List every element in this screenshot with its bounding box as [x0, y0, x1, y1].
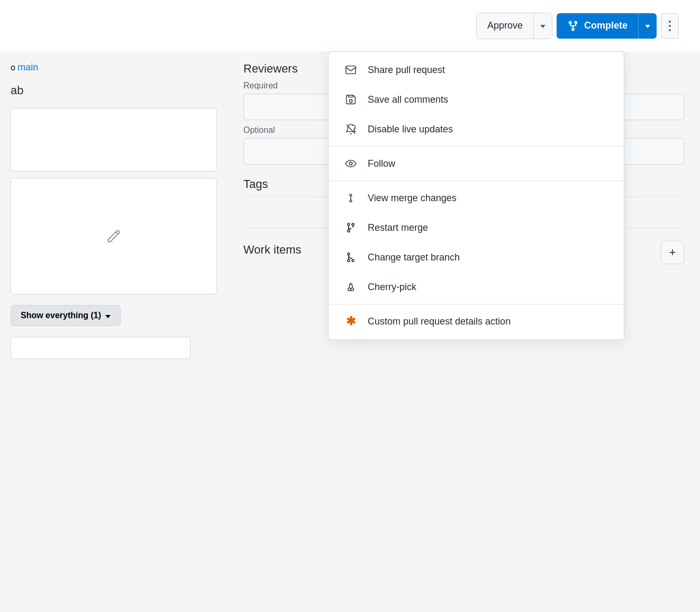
floppy-icon — [343, 92, 358, 107]
three-dots-icon — [669, 21, 671, 31]
svg-point-11 — [352, 259, 354, 262]
svg-point-8 — [352, 223, 354, 226]
dropdown-item-share-pr[interactable]: Share pull request — [329, 55, 624, 85]
share-pr-label: Share pull request — [368, 65, 445, 76]
complete-chevron-button[interactable] — [638, 13, 657, 39]
svg-rect-0 — [346, 66, 356, 74]
divider-2 — [329, 181, 624, 181]
dropdown-item-custom-action[interactable]: ✱ Custom pull request details action — [329, 307, 624, 336]
restart-merge-icon — [343, 220, 358, 235]
search-input-container — [11, 337, 217, 359]
svg-point-2 — [349, 162, 352, 165]
follow-label: Follow — [368, 158, 395, 169]
complete-button[interactable]: Complete — [557, 13, 638, 39]
complete-label: Complete — [584, 20, 628, 31]
divider-3 — [329, 304, 624, 304]
svg-point-10 — [348, 259, 350, 262]
svg-point-6 — [348, 223, 350, 226]
change-target-label: Change target branch — [368, 252, 460, 263]
edit-card — [11, 178, 217, 294]
bell-slash-icon — [343, 122, 358, 137]
plus-icon: + — [669, 246, 676, 259]
approve-chevron-button[interactable] — [533, 13, 552, 39]
envelope-icon — [343, 62, 358, 77]
save-comments-label: Save all comments — [368, 94, 448, 105]
custom-action-label: Custom pull request details action — [368, 316, 511, 327]
show-everything-button[interactable]: Show everything (1) — [11, 305, 121, 326]
work-items-title: Work items — [243, 243, 302, 257]
dropdown-menu: Share pull request Save all comments Dis… — [328, 51, 624, 340]
asterisk-icon: ✱ — [343, 314, 358, 329]
dropdown-item-disable-updates[interactable]: Disable live updates — [329, 114, 624, 144]
breadcrumb-link[interactable]: main — [17, 62, 38, 73]
white-card-1 — [11, 108, 217, 172]
dropdown-item-view-merge[interactable]: View merge changes — [329, 183, 624, 213]
breadcrumb: o main — [11, 62, 217, 73]
restart-merge-label: Restart merge — [368, 222, 428, 233]
eye-icon — [343, 156, 358, 171]
cherry-pick-icon — [343, 280, 358, 294]
show-everything-chevron-icon — [105, 311, 111, 320]
svg-point-13 — [351, 288, 354, 291]
left-content: o main ab Show everything (1) — [0, 51, 228, 370]
show-everything-label: Show everything (1) — [21, 311, 101, 320]
divider-1 — [329, 146, 624, 147]
cherry-pick-label: Cherry-pick — [368, 282, 416, 293]
approve-button[interactable]: Approve — [477, 13, 533, 39]
view-merge-label: View merge changes — [368, 193, 457, 204]
add-work-item-button[interactable]: + — [661, 241, 684, 264]
top-bar: Approve Complete — [0, 0, 700, 51]
merge-node-icon — [343, 191, 358, 205]
search-input[interactable] — [11, 337, 190, 359]
disable-updates-label: Disable live updates — [368, 124, 453, 135]
dropdown-item-follow[interactable]: Follow — [329, 149, 624, 178]
svg-point-7 — [348, 230, 350, 232]
merge-icon — [567, 20, 579, 32]
dropdown-item-restart-merge[interactable]: Restart merge — [329, 213, 624, 242]
change-target-icon — [343, 250, 358, 265]
complete-btn-group: Complete — [557, 13, 657, 39]
svg-point-9 — [348, 253, 350, 255]
edit-icon — [106, 229, 121, 244]
complete-chevron-icon — [645, 22, 650, 30]
svg-point-12 — [348, 288, 351, 291]
tab-label: ab — [11, 84, 217, 97]
breadcrumb-prefix: o — [11, 63, 17, 72]
dropdown-item-change-target[interactable]: Change target branch — [329, 242, 624, 272]
more-options-button[interactable] — [661, 13, 679, 39]
svg-point-3 — [350, 194, 352, 196]
approve-chevron-icon — [540, 22, 546, 30]
dropdown-item-cherry-pick[interactable]: Cherry-pick — [329, 272, 624, 302]
approve-btn-group: Approve — [476, 13, 552, 39]
svg-point-4 — [350, 200, 352, 202]
dropdown-item-save-comments[interactable]: Save all comments — [329, 85, 624, 114]
